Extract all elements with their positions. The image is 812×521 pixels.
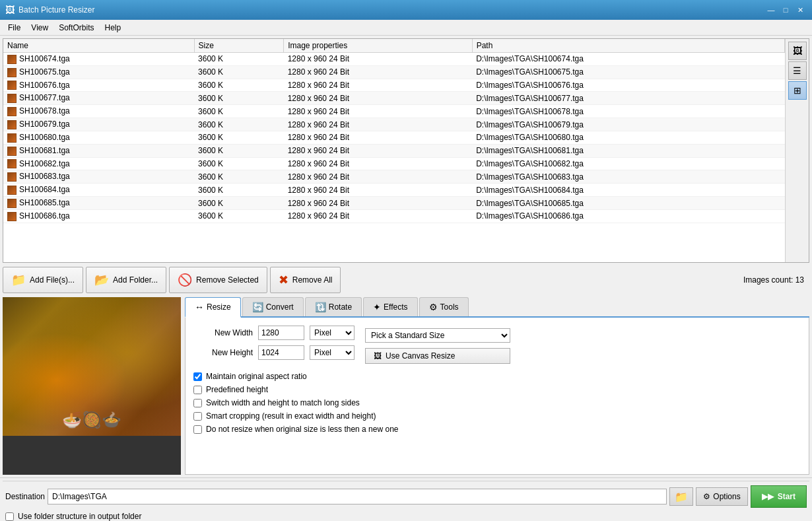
details-view-button[interactable]: ⊞ — [788, 81, 807, 100]
table-row[interactable]: SH100683.tga3600 K1280 x 960 24 BitD:\Im… — [3, 170, 785, 184]
table-row[interactable]: SH100674.tga3600 K1280 x 960 24 BitD:\Im… — [3, 53, 785, 66]
convert-tab-icon: 🔄 — [252, 302, 263, 312]
file-icon — [7, 94, 17, 103]
tab-convert[interactable]: 🔄 Convert — [242, 297, 304, 316]
folder-structure-label: Use folder structure in output folder — [18, 512, 141, 521]
file-props-cell: 1280 x 960 24 Bit — [284, 184, 473, 197]
file-size-cell: 3600 K — [194, 105, 284, 118]
table-row[interactable]: SH100685.tga3600 K1280 x 960 24 BitD:\Im… — [3, 197, 785, 210]
file-list[interactable]: Name Size Image properties Path SH100674… — [3, 39, 785, 262]
thumbnail-view-button[interactable]: 🖼 — [788, 42, 807, 60]
table-row[interactable]: SH100680.tga3600 K1280 x 960 24 BitD:\Im… — [3, 131, 785, 144]
minimize-button[interactable]: — — [764, 4, 778, 16]
folder-structure-checkbox[interactable] — [5, 512, 14, 521]
tools-tab-icon: ⚙ — [429, 302, 438, 312]
remove-all-icon: ✖ — [279, 273, 288, 287]
file-icon — [7, 55, 17, 64]
tab-effects[interactable]: ✦ Effects — [363, 297, 417, 316]
smart-crop-label: Smart cropping (result in exact width an… — [206, 411, 376, 421]
browse-button[interactable]: 📁 — [669, 487, 693, 506]
tab-resize[interactable]: ↔ Resize — [185, 297, 241, 318]
switch-sides-label: Switch width and height to match long si… — [206, 398, 360, 407]
add-files-label: Add File(s)... — [30, 275, 75, 285]
resize-tab-icon: ↔ — [195, 302, 204, 312]
file-props-cell: 1280 x 960 24 Bit — [284, 118, 473, 131]
table-row[interactable]: SH100675.tga3600 K1280 x 960 24 BitD:\Im… — [3, 65, 785, 79]
standard-size-select[interactable]: Pick a Standard Size 640 x 480 800 x 600… — [365, 328, 510, 343]
height-input[interactable] — [258, 345, 304, 360]
options-button[interactable]: ⚙ Options — [696, 487, 747, 506]
remove-selected-button[interactable]: 🚫 Remove Selected — [169, 267, 267, 293]
switch-sides-checkbox[interactable] — [193, 399, 202, 407]
file-icon — [7, 107, 17, 116]
table-row[interactable]: SH100676.tga3600 K1280 x 960 24 BitD:\Im… — [3, 79, 785, 92]
file-name-cell: SH100684.tga — [3, 184, 194, 197]
list-view-button[interactable]: ☰ — [788, 61, 807, 80]
height-unit-select[interactable]: Pixel Percent Inch Cm — [310, 345, 355, 360]
resize-tab-content: New Width Pixel Percent Inch Cm New Heig… — [185, 318, 809, 475]
table-row[interactable]: SH100682.tga3600 K1280 x 960 24 BitD:\Im… — [3, 157, 785, 170]
file-name-cell: SH100675.tga — [3, 65, 194, 79]
menu-file[interactable]: File — [3, 22, 26, 34]
file-name-cell: SH100683.tga — [3, 170, 194, 184]
predefined-height-row: Predefined height — [193, 385, 801, 394]
width-unit-select[interactable]: Pixel Percent Inch Cm — [310, 326, 355, 340]
table-row[interactable]: SH100681.tga3600 K1280 x 960 24 BitD:\Im… — [3, 144, 785, 157]
tab-tools[interactable]: ⚙ Tools — [419, 297, 469, 316]
file-name-cell: SH100685.tga — [3, 197, 194, 210]
file-icon — [7, 172, 17, 182]
file-props-cell: 1280 x 960 24 Bit — [284, 105, 473, 118]
use-canvas-resize-button[interactable]: 🖼 Use Canvas Resize — [365, 348, 510, 364]
file-name-cell: SH100674.tga — [3, 53, 194, 66]
file-name-cell: SH100680.tga — [3, 131, 194, 144]
table-row[interactable]: SH100686.tga3600 K1280 x 960 24 BitD:\Im… — [3, 209, 785, 223]
no-upscale-label: Do not resize when original size is less… — [206, 425, 399, 434]
options-label: Options — [713, 492, 740, 501]
file-size-cell: 3600 K — [194, 209, 284, 223]
add-folder-label: Add Folder... — [113, 275, 158, 285]
add-folder-button[interactable]: 📂 Add Folder... — [86, 267, 166, 293]
file-icon — [7, 199, 17, 208]
menu-bar: File View SoftOrbits Help — [0, 20, 812, 36]
options-gear-icon: ⚙ — [703, 492, 710, 501]
file-size-cell: 3600 K — [194, 79, 284, 92]
table-row[interactable]: SH100678.tga3600 K1280 x 960 24 BitD:\Im… — [3, 105, 785, 118]
file-path-cell: D:\Images\TGA\SH100686.tga — [472, 209, 784, 223]
table-row[interactable]: SH100684.tga3600 K1280 x 960 24 BitD:\Im… — [3, 184, 785, 197]
file-size-cell: 3600 K — [194, 157, 284, 170]
file-props-cell: 1280 x 960 24 Bit — [284, 53, 473, 66]
start-button[interactable]: ▶▶ Start — [751, 485, 807, 508]
file-size-cell: 3600 K — [194, 131, 284, 144]
width-input[interactable] — [258, 326, 304, 340]
predefined-height-checkbox[interactable] — [193, 386, 202, 394]
table-row[interactable]: SH100677.tga3600 K1280 x 960 24 BitD:\Im… — [3, 92, 785, 105]
file-icon — [7, 68, 17, 77]
maintain-aspect-label: Maintain original aspect ratio — [206, 372, 307, 381]
predefined-height-label: Predefined height — [206, 385, 268, 394]
convert-tab-label: Convert — [266, 302, 294, 312]
menu-help[interactable]: Help — [100, 22, 127, 34]
smart-crop-checkbox[interactable] — [193, 412, 202, 421]
maximize-button[interactable]: □ — [779, 4, 792, 16]
close-button[interactable]: ✕ — [794, 4, 807, 16]
menu-softorbits[interactable]: SoftOrbits — [53, 22, 99, 34]
file-size-cell: 3600 K — [194, 184, 284, 197]
add-files-button[interactable]: 📁 Add File(s)... — [3, 267, 83, 293]
remove-all-button[interactable]: ✖ Remove All — [270, 267, 341, 293]
file-props-cell: 1280 x 960 24 Bit — [284, 157, 473, 170]
preview-area — [3, 297, 181, 475]
file-path-cell: D:\Images\TGA\SH100680.tga — [472, 131, 784, 144]
maintain-aspect-checkbox[interactable] — [193, 372, 202, 381]
tab-rotate[interactable]: 🔃 Rotate — [305, 297, 362, 316]
remove-selected-label: Remove Selected — [196, 275, 259, 285]
file-props-cell: 1280 x 960 24 Bit — [284, 209, 473, 223]
resize-tab-label: Resize — [207, 302, 231, 312]
no-upscale-checkbox[interactable] — [193, 425, 202, 434]
remove-all-label: Remove All — [292, 275, 333, 285]
menu-view[interactable]: View — [26, 22, 53, 34]
canvas-resize-label: Use Canvas Resize — [386, 351, 455, 361]
tools-tab-label: Tools — [440, 302, 459, 312]
table-row[interactable]: SH100679.tga3600 K1280 x 960 24 BitD:\Im… — [3, 118, 785, 131]
file-icon — [7, 133, 17, 143]
destination-input[interactable] — [48, 489, 667, 504]
